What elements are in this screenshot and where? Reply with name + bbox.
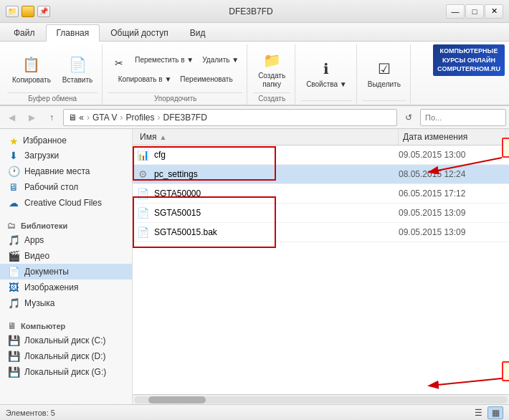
breadcrumb-pc: 🖥 « bbox=[68, 113, 84, 123]
col-date[interactable]: Дата изменения bbox=[399, 129, 506, 145]
table-row[interactable]: ⚙ pc_settings 08.05.2015 12:24 bbox=[133, 165, 509, 184]
sidebar-item-music[interactable]: 🎵 Музыка bbox=[0, 295, 132, 311]
detail-view-button[interactable]: ▦ bbox=[487, 406, 503, 419]
table-row[interactable]: 📄 SGTA50015 09.05.2015 13:09 bbox=[133, 204, 509, 223]
sidebar-docs-label: Документы bbox=[24, 267, 69, 277]
table-row[interactable]: 📊 cfg 09.05.2015 13:00 bbox=[133, 145, 509, 165]
search-input[interactable] bbox=[420, 109, 506, 126]
breadcrumb-profiles: Profiles bbox=[125, 113, 154, 123]
ribbon-select: ☑ Выделить bbox=[358, 44, 411, 105]
downloads-icon: ⬇ bbox=[7, 150, 20, 161]
breadcrumb-gta: GTA V bbox=[92, 113, 117, 123]
file-date: 08.05.2015 12:24 bbox=[399, 169, 506, 179]
copy-button[interactable]: 📋 Копировать bbox=[7, 52, 56, 87]
tab-home[interactable]: Главная bbox=[46, 24, 100, 42]
table-row[interactable]: 📄 SGTA50000 06.05.2015 17:12 bbox=[133, 184, 509, 204]
list-view-button[interactable]: ☰ bbox=[470, 406, 486, 419]
file-name: SGTA50015.bak bbox=[154, 227, 217, 237]
file-name-cell: 📄 SGTA50015 bbox=[135, 206, 399, 220]
sidebar-apps-label: Apps bbox=[24, 235, 44, 245]
properties-icon: ℹ bbox=[316, 59, 336, 79]
sidebar-drive-g-label: Локальный диск (G:) bbox=[24, 367, 106, 377]
delete-button[interactable]: Удалить ▼ bbox=[199, 54, 242, 72]
tab-share[interactable]: Общий доступ bbox=[100, 24, 179, 41]
color-icon bbox=[22, 6, 34, 17]
rename-button[interactable]: Переименовать bbox=[176, 73, 236, 85]
scroll-track[interactable] bbox=[134, 396, 508, 404]
table-row[interactable]: 📄 SGTA50015.bak 09.05.2015 13:09 bbox=[133, 223, 509, 242]
sidebar-item-drive-c[interactable]: 💾 Локальный диск (C:) bbox=[0, 333, 132, 348]
file-date: 09.05.2015 13:09 bbox=[399, 208, 506, 218]
clipboard-buttons: 📋 Копировать 📄 Вставить bbox=[7, 46, 97, 92]
drive-c-icon: 💾 bbox=[7, 335, 20, 346]
select-label bbox=[363, 100, 406, 103]
video-icon: 🎬 bbox=[7, 250, 20, 262]
docs-icon: 📄 bbox=[7, 266, 20, 277]
drive-d-icon: 💾 bbox=[7, 350, 20, 362]
ribbon-properties: ℹ Свойства ▼ bbox=[297, 44, 357, 105]
computer-section-label: 🖥 Компьютер bbox=[0, 317, 132, 333]
sidebar-item-recent[interactable]: 🕐 Недавние места bbox=[0, 163, 132, 179]
sidebar-drive-d-label: Локальный диск (D:) bbox=[24, 351, 106, 361]
sidebar-item-drive-g[interactable]: 💾 Локальный диск (G:) bbox=[0, 364, 132, 380]
file-icon: ⚙ bbox=[135, 167, 150, 181]
sidebar-item-video[interactable]: 🎬 Видео bbox=[0, 248, 132, 264]
sidebar-item-images[interactable]: 🖼 Изображения bbox=[0, 280, 132, 295]
file-name: SGTA50015 bbox=[154, 208, 201, 218]
cloud-icon: ☁ bbox=[7, 197, 20, 209]
sidebar-item-drive-d[interactable]: 💾 Локальный диск (D:) bbox=[0, 348, 132, 364]
properties-button[interactable]: ℹ Свойства ▼ bbox=[301, 56, 352, 91]
minimize-button[interactable]: — bbox=[446, 4, 465, 19]
sidebar-recent-label: Недавние места bbox=[24, 166, 90, 176]
copy-to-button[interactable]: Копировать в ▼ bbox=[115, 73, 176, 85]
file-icon: 📄 bbox=[135, 206, 150, 220]
newfolder-buttons: 📁 Создатьпапку bbox=[253, 46, 290, 92]
select-button[interactable]: ☑ Выделить bbox=[363, 56, 406, 91]
sidebar-item-creative-cloud[interactable]: ☁ Creative Cloud Files bbox=[0, 195, 132, 211]
sidebar-item-desktop[interactable]: 🖥 Рабочий стол bbox=[0, 179, 132, 195]
address-bar: ◀ ▶ ↑ 🖥 « › GTA V › Profiles › DFE3B7FD … bbox=[0, 106, 509, 129]
ribbon-newfolder: 📁 Создатьпапку Создать bbox=[249, 44, 295, 105]
images-icon: 🖼 bbox=[7, 282, 20, 293]
horizontal-scrollbar[interactable] bbox=[133, 394, 509, 404]
sidebar-cc-label: Creative Cloud Files bbox=[24, 198, 102, 208]
title-bar-icons: 📁 📌 bbox=[6, 6, 50, 17]
file-list-container: Имя ▲ Дата изменения 📊 cfg 09.05.2015 13… bbox=[133, 129, 509, 404]
refresh-button[interactable]: ↺ bbox=[400, 109, 417, 126]
element-count: Элементов: 5 bbox=[6, 409, 55, 417]
clipboard-label: Буфер обмена bbox=[7, 92, 97, 103]
tab-view[interactable]: Вид bbox=[179, 24, 217, 41]
tab-file[interactable]: Файл bbox=[3, 24, 46, 41]
up-button[interactable]: ↑ bbox=[43, 109, 60, 126]
forward-button[interactable]: ▶ bbox=[23, 109, 40, 126]
organize-buttons: ✂ Переместить в ▼ Удалить ▼ Копировать в… bbox=[108, 46, 242, 92]
breadcrumb[interactable]: 🖥 « › GTA V › Profiles › DFE3B7FD bbox=[63, 109, 397, 126]
properties-buttons: ℹ Свойства ▼ bbox=[301, 46, 352, 100]
maximize-button[interactable]: □ bbox=[465, 4, 484, 19]
close-button[interactable]: ✕ bbox=[485, 4, 503, 19]
sidebar-downloads-label: Загрузки bbox=[24, 151, 59, 161]
sidebar-item-downloads[interactable]: ⬇ Загрузки bbox=[0, 148, 132, 163]
pin-icon: 📌 bbox=[37, 6, 50, 17]
file-date: 06.05.2015 17:12 bbox=[399, 188, 506, 199]
file-icon: 📄 bbox=[135, 225, 150, 239]
new-folder-button[interactable]: 📁 Создатьпапку bbox=[253, 47, 290, 92]
scroll-thumb[interactable] bbox=[148, 396, 206, 404]
file-icon: 📊 bbox=[135, 148, 150, 162]
col-name[interactable]: Имя ▲ bbox=[135, 129, 399, 145]
sidebar-item-apps[interactable]: 🎵 Apps bbox=[0, 232, 132, 248]
window-title: DFE3B7FD bbox=[56, 6, 446, 16]
scissors-icon: ✂ bbox=[112, 56, 126, 70]
sidebar: ★ Избранное ⬇ Загрузки 🕐 Недавние места … bbox=[0, 129, 133, 404]
paste-button[interactable]: 📄 Вставить bbox=[57, 52, 97, 87]
ribbon-tabs: Файл Главная Общий доступ Вид bbox=[0, 23, 509, 42]
file-name-cell: 📊 cfg bbox=[135, 148, 399, 162]
window-controls[interactable]: — □ ✕ bbox=[446, 4, 503, 19]
folder-icon: 📁 bbox=[6, 6, 19, 17]
file-list: 📊 cfg 09.05.2015 13:00 ⚙ pc_settings 08.… bbox=[133, 145, 509, 394]
cut-button[interactable]: ✂ bbox=[108, 54, 130, 72]
back-button[interactable]: ◀ bbox=[3, 109, 20, 126]
sidebar-item-docs[interactable]: 📄 Документы bbox=[0, 264, 132, 280]
move-to-button[interactable]: Переместить в ▼ bbox=[131, 54, 197, 72]
properties-label bbox=[301, 100, 352, 103]
